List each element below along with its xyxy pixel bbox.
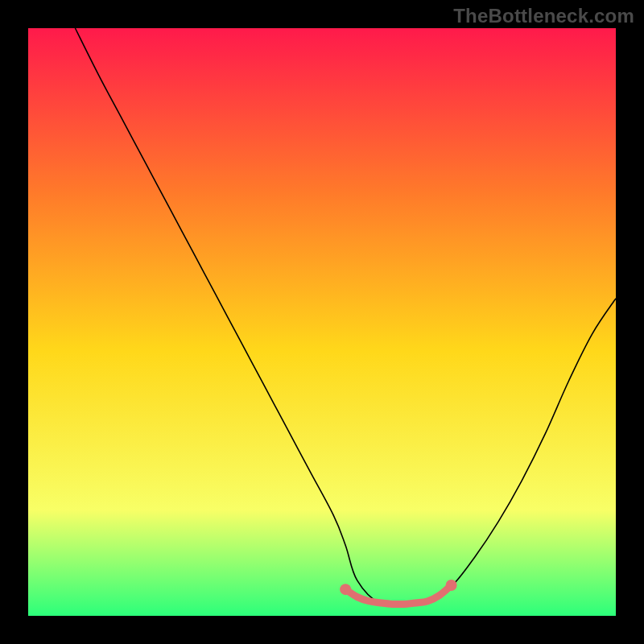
highlight-dot bbox=[340, 584, 351, 595]
gradient-background bbox=[28, 28, 616, 616]
chart-svg bbox=[28, 28, 616, 616]
plot-area bbox=[28, 28, 616, 616]
watermark-text: TheBottleneck.com bbox=[453, 5, 634, 27]
chart-frame: TheBottleneck.com bbox=[0, 0, 644, 644]
highlight-dot bbox=[446, 580, 457, 591]
